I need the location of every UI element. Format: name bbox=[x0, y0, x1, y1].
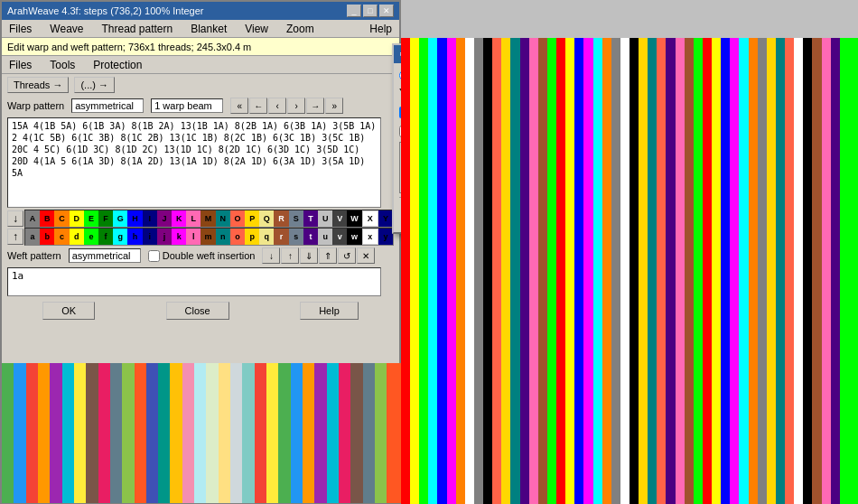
color-cell-upper-W[interactable]: W bbox=[347, 210, 361, 227]
help-btn[interactable]: Help bbox=[300, 302, 359, 320]
color-cell-upper-A[interactable]: A bbox=[25, 210, 40, 227]
weft-nav-arrows: ↓ ↑ ⇓ ⇑ ↺ ✕ bbox=[262, 247, 375, 264]
menu-thread-pattern[interactable]: Thread pattern bbox=[98, 23, 176, 35]
color-cell-upper-B[interactable]: B bbox=[40, 210, 54, 227]
color-cell-lower-u[interactable]: u bbox=[318, 229, 332, 245]
menu-zoom[interactable]: Zoom bbox=[283, 23, 318, 35]
color-cell-lower-y[interactable]: y bbox=[378, 229, 393, 245]
color-cell-lower-c[interactable]: c bbox=[54, 229, 69, 245]
title-bar-controls: _ □ ✕ bbox=[347, 5, 394, 17]
color-cell-lower-d[interactable]: d bbox=[70, 229, 84, 245]
color-cell-upper-G[interactable]: G bbox=[113, 210, 127, 227]
color-cell-lower-i[interactable]: i bbox=[143, 229, 157, 245]
main-window: ArahWeave 4.3f: steps (736,2) 100% Integ… bbox=[0, 0, 858, 504]
weft-input-area[interactable]: 1a bbox=[7, 267, 381, 296]
maximize-btn[interactable]: □ bbox=[363, 5, 378, 17]
weft-style-input[interactable]: asymmetrical bbox=[69, 248, 141, 263]
color-cell-upper-F[interactable]: F bbox=[98, 210, 113, 227]
warp-pattern-textarea[interactable]: 15A 4(1B 5A) 6(1B 3A) 8(1B 2A) 13(1B 1A)… bbox=[7, 117, 381, 208]
color-cell-lower-r[interactable]: r bbox=[274, 229, 288, 245]
color-cell-lower-q[interactable]: q bbox=[259, 229, 274, 245]
warp-style-input[interactable]: asymmetrical bbox=[71, 98, 144, 113]
double-weft-check[interactable]: Double weft insertion bbox=[148, 250, 256, 262]
color-cell-lower-l[interactable]: l bbox=[186, 229, 201, 245]
weft-nav-down[interactable]: ↓ bbox=[262, 247, 280, 264]
color-cell-upper-C[interactable]: C bbox=[54, 210, 69, 227]
color-cell-lower-n[interactable]: n bbox=[216, 229, 230, 245]
color-cell-lower-g[interactable]: g bbox=[113, 229, 127, 245]
color-cell-lower-v[interactable]: v bbox=[332, 229, 347, 245]
submenu-protection[interactable]: Protection bbox=[89, 59, 145, 71]
color-cell-upper-X[interactable]: X bbox=[362, 210, 378, 227]
weft-nav-down2[interactable]: ⇓ bbox=[300, 247, 318, 264]
submenu-files[interactable]: Files bbox=[5, 59, 35, 71]
menu-view[interactable]: View bbox=[241, 23, 272, 35]
nav-prev[interactable]: ‹ bbox=[268, 98, 286, 114]
color-cell-lower-e[interactable]: e bbox=[84, 229, 98, 245]
up-arrow-btn[interactable]: ↑ bbox=[7, 229, 23, 245]
color-cell-upper-D[interactable]: D bbox=[70, 210, 84, 227]
bottom-buttons: OK Close Help bbox=[2, 298, 399, 323]
color-cell-upper-E[interactable]: E bbox=[84, 210, 98, 227]
color-cell-upper-U[interactable]: U bbox=[318, 210, 332, 227]
color-cell-upper-R[interactable]: R bbox=[274, 210, 288, 227]
ok-btn[interactable]: OK bbox=[42, 302, 95, 320]
minimize-btn[interactable]: _ bbox=[347, 5, 361, 17]
color-cell-upper-V[interactable]: V bbox=[332, 210, 347, 227]
left-panel: ArahWeave 4.3f: steps (736,2) 100% Integ… bbox=[0, 0, 401, 504]
color-cell-lower-w[interactable]: w bbox=[347, 229, 361, 245]
color-cell-lower-p[interactable]: p bbox=[245, 229, 259, 245]
color-cell-lower-m[interactable]: m bbox=[201, 229, 215, 245]
nav-prev-big[interactable]: ← bbox=[249, 98, 267, 114]
weft-label: Weft pattern bbox=[7, 250, 61, 261]
weft-nav-refresh[interactable]: ↺ bbox=[338, 247, 356, 264]
menu-files[interactable]: Files bbox=[5, 23, 35, 35]
weft-nav-x[interactable]: ✕ bbox=[357, 247, 375, 264]
menu-help[interactable]: Help bbox=[366, 23, 396, 35]
color-cell-lower-h[interactable]: h bbox=[127, 229, 142, 245]
threads-btn[interactable]: Threads → bbox=[7, 77, 69, 93]
left-panel-title: ArahWeave 4.3f: steps (736,2) 100% Integ… bbox=[7, 5, 203, 16]
color-cell-upper-P[interactable]: P bbox=[245, 210, 259, 227]
color-cell-lower-k[interactable]: k bbox=[172, 229, 186, 245]
nav-next-big[interactable]: → bbox=[306, 98, 324, 114]
menu-blanket[interactable]: Blanket bbox=[187, 23, 230, 35]
down-arrow-btn[interactable]: ↓ bbox=[7, 210, 23, 227]
color-cell-upper-Y[interactable]: Y bbox=[378, 210, 393, 227]
paren-btn[interactable]: (...) → bbox=[74, 77, 115, 93]
color-cell-upper-H[interactable]: H bbox=[127, 210, 142, 227]
submenu-tools[interactable]: Tools bbox=[46, 59, 79, 71]
color-cell-upper-L[interactable]: L bbox=[186, 210, 201, 227]
color-cell-lower-s[interactable]: s bbox=[289, 229, 303, 245]
color-cell-lower-a[interactable]: a bbox=[25, 229, 40, 245]
close-btn[interactable]: ✕ bbox=[379, 5, 394, 17]
close-btn[interactable]: Close bbox=[166, 302, 229, 320]
color-grid-lower: abcdefghijklmnopqrstuvwxy bbox=[24, 228, 394, 246]
color-cell-upper-O[interactable]: O bbox=[230, 210, 245, 227]
sub-menu-bar: Files Tools Protection bbox=[2, 56, 399, 74]
color-cell-upper-T[interactable]: T bbox=[303, 210, 318, 227]
color-cell-upper-N[interactable]: N bbox=[216, 210, 230, 227]
nav-last[interactable]: » bbox=[325, 98, 343, 114]
nav-first[interactable]: « bbox=[230, 98, 248, 114]
color-cell-upper-M[interactable]: M bbox=[201, 210, 215, 227]
color-cell-lower-j[interactable]: j bbox=[157, 229, 172, 245]
color-row-lower: abcdefghijklmnopqrstuvwxy bbox=[25, 229, 393, 245]
color-cell-upper-S[interactable]: S bbox=[289, 210, 303, 227]
color-cell-lower-x[interactable]: x bbox=[362, 229, 378, 245]
warp-beams-input[interactable]: 1 warp beam bbox=[151, 98, 223, 113]
color-cell-lower-f[interactable]: f bbox=[98, 229, 113, 245]
fabric-area bbox=[2, 363, 403, 503]
color-cell-upper-I[interactable]: I bbox=[143, 210, 157, 227]
color-cell-lower-t[interactable]: t bbox=[303, 229, 318, 245]
color-cell-lower-b[interactable]: b bbox=[40, 229, 54, 245]
nav-next[interactable]: › bbox=[287, 98, 305, 114]
left-panel-menu-bar: Files Weave Thread pattern Blanket View … bbox=[2, 20, 399, 38]
color-cell-upper-K[interactable]: K bbox=[172, 210, 186, 227]
weft-nav-up2[interactable]: ⇑ bbox=[319, 247, 337, 264]
weft-nav-up[interactable]: ↑ bbox=[281, 247, 299, 264]
color-cell-upper-J[interactable]: J bbox=[157, 210, 172, 227]
menu-weave[interactable]: Weave bbox=[46, 23, 87, 35]
color-cell-upper-Q[interactable]: Q bbox=[259, 210, 274, 227]
color-cell-lower-o[interactable]: o bbox=[230, 229, 245, 245]
